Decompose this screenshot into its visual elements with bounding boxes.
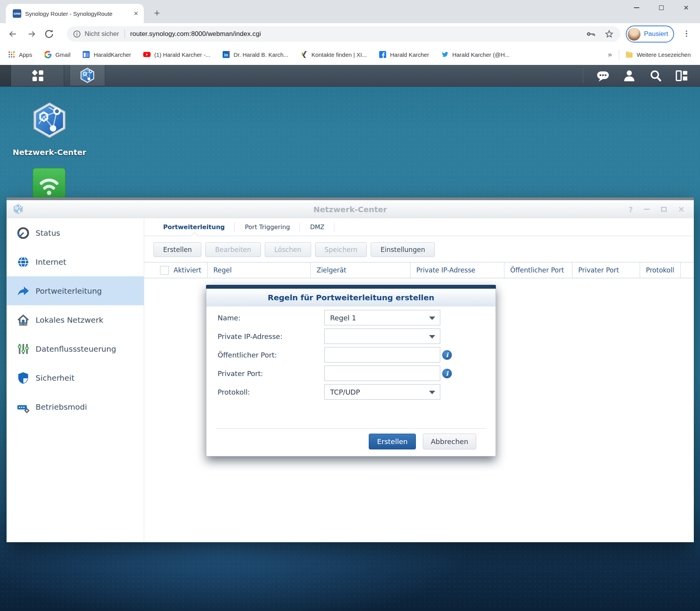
url-text[interactable]: router.synology.com:8000/webman/index.cg… xyxy=(130,30,261,38)
tab-dmz[interactable]: DMZ xyxy=(300,221,334,233)
folder-icon xyxy=(625,51,633,58)
main-menu-button[interactable] xyxy=(12,65,64,86)
security-label: Nicht sicher xyxy=(85,30,119,38)
profile-chip[interactable]: Pausiert xyxy=(626,26,674,43)
notifications-icon[interactable] xyxy=(596,69,610,82)
info-icon[interactable]: i xyxy=(442,369,452,378)
public-port-input[interactable] xyxy=(324,347,440,363)
column-oeffentlicher-port[interactable]: Öffentlicher Port xyxy=(504,262,572,278)
content-toolbar: Erstellen Bearbeiten Löschen Speichern E… xyxy=(153,242,694,257)
bookmark-xing[interactable]: Kontakte finden | XI... xyxy=(300,51,367,58)
sidebar-item-datenflusssteuerung[interactable]: Datenflusssteuerung xyxy=(7,334,144,363)
dialog-row-privater-port: Privater Port: i xyxy=(206,366,496,381)
taskbar-netzwerk-center-button[interactable] xyxy=(70,65,105,86)
info-icon[interactable] xyxy=(73,30,81,38)
minimize-button[interactable] xyxy=(633,4,640,12)
column-privater-port[interactable]: Privater Port xyxy=(572,262,640,278)
desktop-wifi-icon[interactable] xyxy=(32,167,66,201)
main-menu-icon xyxy=(31,69,45,83)
bookmark-twitter[interactable]: Harald Karcher (@H... xyxy=(441,51,510,58)
bookmark-facebook[interactable]: Harald Karcher xyxy=(379,51,429,58)
address-bar[interactable]: Nicht sicher router.synology.com:8000/we… xyxy=(67,26,620,42)
active-tab-notch xyxy=(191,232,198,239)
linkedin-icon: in xyxy=(222,51,230,58)
bookmarks-divider xyxy=(619,49,619,60)
traffic-control-sliders-icon xyxy=(17,342,30,356)
browser-menu-icon[interactable] xyxy=(683,28,690,39)
dialog-row-name: Name: Regel 1 xyxy=(206,310,496,326)
info-icon[interactable]: i xyxy=(442,350,452,360)
xing-icon xyxy=(300,51,308,58)
taskbar-divider xyxy=(583,68,583,83)
back-icon[interactable] xyxy=(7,29,18,39)
column-protokoll[interactable]: Protokoll xyxy=(640,262,681,278)
sidebar-item-portweiterleitung[interactable]: Portweiterleitung xyxy=(7,276,144,305)
tab-portweiterleitung[interactable]: Portweiterleitung xyxy=(153,221,235,233)
chevron-down-icon xyxy=(429,335,435,339)
sidebar-item-sicherheit[interactable]: Sicherheit xyxy=(7,363,144,392)
sidebar-item-betriebsmodi[interactable]: Betriebsmodi xyxy=(7,392,144,421)
erstellen-button[interactable]: Erstellen xyxy=(153,242,201,257)
column-private-ip[interactable]: Private IP-Adresse xyxy=(410,262,504,278)
svg-text:in: in xyxy=(224,53,228,57)
browser-window-controls: ✕ xyxy=(633,4,690,12)
window-minimize-icon[interactable] xyxy=(644,209,650,210)
widgets-icon[interactable] xyxy=(675,69,688,82)
srm-taskbar xyxy=(0,65,700,87)
private-ip-select[interactable] xyxy=(324,328,440,344)
bookmarks-overflow-chevron[interactable]: » xyxy=(608,50,612,59)
protocol-select[interactable]: TCP/UDP xyxy=(324,384,440,400)
user-icon[interactable] xyxy=(623,69,636,82)
chevron-down-icon xyxy=(429,317,435,320)
forward-icon[interactable] xyxy=(26,29,37,39)
bookmark-star-icon[interactable] xyxy=(604,29,614,39)
browser-tab[interactable]: SRM Synology Router - SynologyRoute ✕ xyxy=(6,4,144,23)
window-top-strip xyxy=(7,197,694,200)
security-shield-icon xyxy=(17,371,30,385)
bookmark-folder-weitere[interactable]: Weitere Lesezeichen xyxy=(625,51,691,58)
speichern-button[interactable]: Speichern xyxy=(315,242,367,257)
table-header: Aktiviert Regel Zielgerät Private IP-Adr… xyxy=(144,262,694,278)
desktop-icon-label[interactable]: Netzwerk-Center xyxy=(5,148,94,157)
port-forward-arrow-icon xyxy=(17,284,30,298)
private-port-input[interactable] xyxy=(324,366,440,381)
tab-close-icon[interactable]: ✕ xyxy=(133,10,138,17)
dialog-erstellen-button[interactable]: Erstellen xyxy=(369,434,416,449)
tab-port-triggering[interactable]: Port Triggering xyxy=(235,221,300,233)
bearbeiten-button[interactable]: Bearbeiten xyxy=(205,242,261,257)
key-icon[interactable] xyxy=(586,29,596,39)
column-zielgeraet[interactable]: Zielgerät xyxy=(311,262,410,278)
sidebar-item-status[interactable]: Status xyxy=(7,218,144,247)
window-help-icon[interactable]: ? xyxy=(628,205,633,214)
select-all-checkbox[interactable] xyxy=(160,266,169,275)
column-regel[interactable]: Regel xyxy=(208,262,311,278)
sidebar-item-lokales-netzwerk[interactable]: Lokales Netzwerk xyxy=(7,305,144,334)
dialog-row-oeffentlicher-port: Öffentlicher Port: i xyxy=(206,347,496,363)
bookmark-linkedin[interactable]: in Dr. Harald B. Karch... xyxy=(222,51,288,58)
desktop-netzwerk-center-icon[interactable] xyxy=(32,102,67,138)
name-select[interactable]: Regel 1 xyxy=(324,310,440,325)
bookmark-youtube[interactable]: (1) Harald Karcher -... xyxy=(143,51,210,58)
create-rule-dialog: Regeln für Portweiterleitung erstellen N… xyxy=(206,285,496,456)
window-maximize-icon[interactable] xyxy=(661,207,667,212)
sidebar-item-internet[interactable]: Internet xyxy=(7,247,144,276)
bookmark-apps[interactable]: Apps xyxy=(8,51,32,58)
bookmark-haraldkarcher[interactable]: HaraldKarcher xyxy=(82,51,131,58)
bookmark-gmail[interactable]: Gmail xyxy=(44,51,70,58)
status-gauge-icon xyxy=(17,226,30,240)
maximize-button[interactable] xyxy=(657,4,665,12)
dialog-top-bar xyxy=(206,285,496,289)
facebook-icon xyxy=(379,51,387,58)
loeschen-button[interactable]: Löschen xyxy=(265,242,311,257)
window-titlebar[interactable]: Netzwerk-Center ? ✕ xyxy=(7,200,694,218)
new-tab-button[interactable]: + xyxy=(150,6,164,19)
dialog-abbrechen-button[interactable]: Abbrechen xyxy=(423,434,476,449)
profile-label: Pausiert xyxy=(644,30,668,38)
window-close-icon[interactable]: ✕ xyxy=(678,205,685,214)
search-icon[interactable] xyxy=(649,69,662,82)
reload-icon[interactable] xyxy=(44,29,55,39)
close-button[interactable]: ✕ xyxy=(682,4,690,12)
browser-chrome: SRM Synology Router - SynologyRoute ✕ + … xyxy=(0,0,700,65)
einstellungen-button[interactable]: Einstellungen xyxy=(371,242,434,257)
avatar xyxy=(628,28,640,41)
